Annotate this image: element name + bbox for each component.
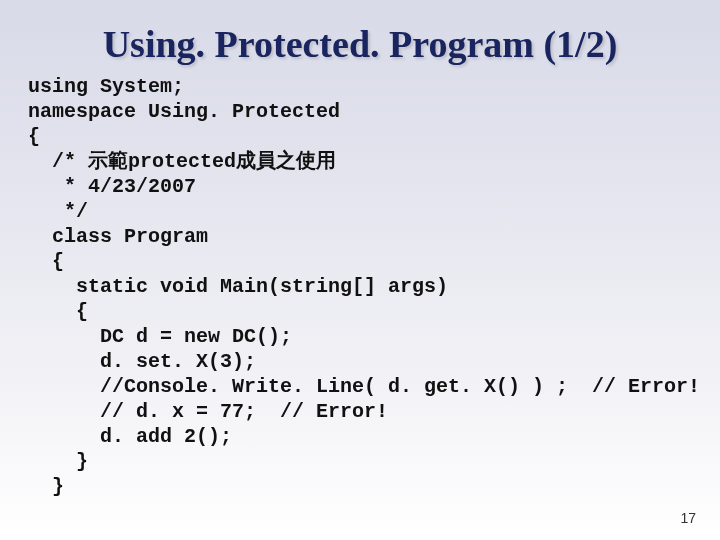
- code-block: using System; namespace Using. Protected…: [0, 72, 720, 499]
- page-number: 17: [680, 510, 696, 526]
- slide-title: Using. Protected. Program (1/2): [0, 0, 720, 72]
